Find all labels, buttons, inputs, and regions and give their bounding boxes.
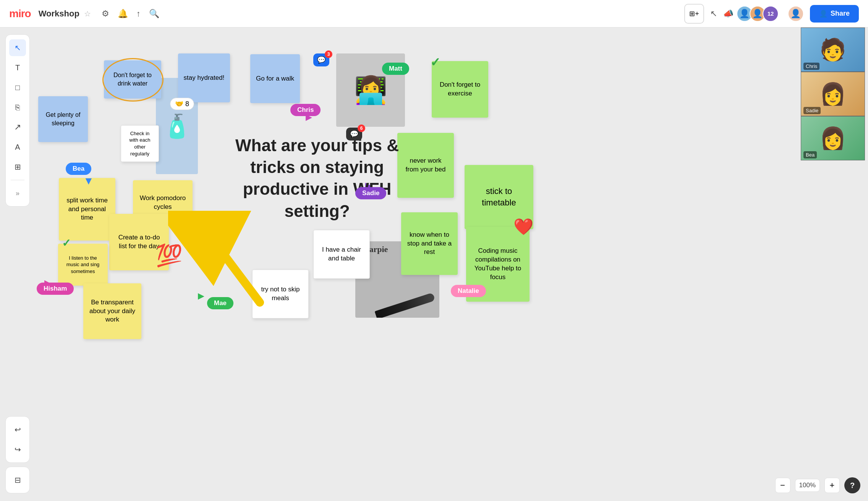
tool-shape[interactable]: A	[9, 139, 26, 155]
video-person-chris: 🧑	[819, 37, 846, 62]
tool-sticky[interactable]: □	[9, 79, 26, 96]
user-label-sadie: Sadie	[355, 187, 386, 199]
sticky-stay-hydrated[interactable]: stay hydrated!	[178, 53, 230, 102]
user-avatars: 👤 👤 12	[740, 6, 779, 22]
search-icon[interactable]: 🔍	[149, 9, 159, 19]
undo-button[interactable]: ↩	[9, 421, 26, 438]
tool-draw[interactable]: ↗	[9, 119, 26, 136]
zoom-out-button[interactable]: −	[775, 478, 790, 493]
video-chris: 🧑 Chris	[801, 27, 865, 72]
emoji-100: 💯	[156, 243, 183, 268]
oval-outline	[102, 58, 164, 102]
template-button[interactable]: ⊞+	[684, 4, 704, 24]
settings-icon[interactable]: ⚙	[102, 9, 109, 19]
zoom-in-button[interactable]: +	[824, 478, 840, 493]
board-title: Workshop	[39, 9, 79, 19]
share-icon[interactable]: ↑	[136, 9, 141, 19]
video-person-bea: 👩	[819, 126, 846, 151]
video-label-bea: Bea	[803, 151, 817, 158]
cursor-bea: ▲	[83, 176, 94, 188]
tool-connect[interactable]: ⎘	[9, 99, 26, 116]
chat-badge-1: 3	[325, 50, 332, 58]
chat-bubble-1[interactable]: 💬 3	[313, 53, 329, 66]
reaction-bar[interactable]: 🤝 8	[170, 98, 194, 110]
cursor-mae: ▶	[198, 291, 204, 301]
video-label-sadie: Sadie	[803, 107, 821, 114]
checkmark-exercise: ✓	[430, 55, 440, 69]
reaction-button[interactable]: 📣	[723, 9, 734, 19]
sticky-be-transparent[interactable]: Be transparent about your daily work	[83, 283, 141, 339]
avatar-me: 👤	[788, 6, 804, 22]
canvas: 🧑 Chris 👩 Sadie 👩 Bea 👩‍💻 🧴 Sharpie What…	[0, 27, 868, 501]
star-icon[interactable]: ☆	[84, 9, 91, 18]
share-label: Share	[831, 10, 850, 18]
cursor-mode-button[interactable]: ↖	[710, 9, 717, 19]
checkmark-music: ✓	[62, 237, 71, 249]
chat-badge-2: 6	[358, 124, 365, 132]
board-icon[interactable]: ⊟	[9, 472, 26, 488]
sticky-get-plenty-sleeping[interactable]: Get plenty of sleeping	[38, 96, 88, 142]
video-bea: 👩 Bea	[801, 116, 865, 160]
user-label-natalie: Natalie	[451, 285, 486, 297]
video-sadie: 👩 Sadie	[801, 72, 865, 116]
tool-frame[interactable]: ⊞	[9, 158, 26, 175]
avatar-count[interactable]: 12	[763, 6, 779, 22]
sticky-dont-forget-exercise[interactable]: Don't forget to exercise	[432, 61, 488, 118]
tool-text[interactable]: T	[9, 59, 26, 76]
miro-logo: miro	[9, 8, 31, 20]
chat-bubble-2[interactable]: 💬 6	[346, 128, 362, 141]
chat-icon-1: 💬	[317, 56, 326, 64]
canvas-main-title: What are your tips & tricks on staying p…	[218, 134, 416, 222]
bottom-left-toolbar: ⊟	[5, 467, 30, 493]
bell-icon[interactable]: 🔔	[118, 9, 128, 19]
user-label-bea: Bea	[66, 163, 91, 175]
main-title-text: What are your tips & tricks on staying p…	[235, 136, 399, 220]
video-person-sadie: 👩	[819, 81, 846, 107]
share-button[interactable]: 👤 Share	[810, 5, 859, 23]
sharpie-marker	[375, 293, 436, 318]
user-label-chris: Chris	[290, 104, 321, 116]
help-button[interactable]: ?	[844, 477, 860, 493]
zoom-level: 100%	[795, 479, 820, 492]
video-label-chris: Chris	[803, 63, 819, 70]
topbar-right: ⊞+ ↖ 📣 👤 👤 12 👤 👤 Share	[684, 4, 859, 24]
toolbar-divider	[11, 180, 24, 180]
user-label-mae: Mae	[207, 297, 233, 309]
video-panel: 🧑 Chris 👩 Sadie 👩 Bea	[801, 27, 868, 160]
sticky-listen-music[interactable]: I listen to the music and sing sometimes	[58, 244, 108, 286]
water-bottle-icon: 🧴	[163, 113, 191, 140]
tool-more[interactable]: »	[9, 185, 26, 202]
sticky-have-chair[interactable]: I have a chair and table	[313, 230, 370, 279]
user-label-matt: Matt	[382, 63, 409, 75]
tool-select[interactable]: ↖	[9, 39, 26, 56]
sticky-try-not-skip[interactable]: try not to skip meals	[252, 270, 309, 318]
chat-icon-2: 💬	[350, 130, 358, 138]
user-label-hisham: Hisham	[37, 283, 74, 295]
sticky-check-in[interactable]: Check in with each other regularly	[121, 125, 159, 162]
topbar-tools: ⚙ 🔔 ↑ 🔍	[102, 9, 159, 19]
redo-button[interactable]: ↪	[9, 441, 26, 458]
left-toolbar: ↖ T □ ⎘ ↗ A ⊞ »	[5, 34, 30, 207]
topbar: miro Workshop ☆ ⚙ 🔔 ↑ 🔍 ⊞+ ↖ 📣 👤 👤 12 👤 …	[0, 0, 868, 27]
photo-icon: 👩‍💻	[354, 74, 387, 106]
share-icon-person: 👤	[819, 10, 828, 18]
sticky-go-for-walk[interactable]: Go for a walk	[250, 54, 300, 103]
heart-icon: ❤️	[513, 216, 533, 238]
zoom-controls: − 100% + ?	[775, 477, 860, 493]
